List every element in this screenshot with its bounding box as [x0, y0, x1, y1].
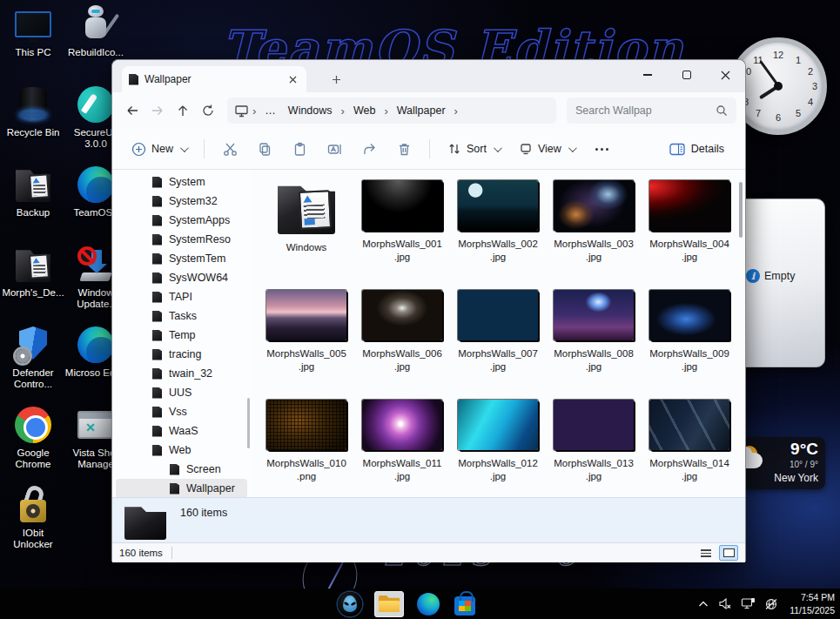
breadcrumb-item-windows[interactable]: Windows: [283, 103, 338, 118]
breadcrumb-overflow[interactable]: …: [259, 103, 281, 118]
file-item[interactable]: MorphsWalls_011.jpg: [355, 396, 449, 506]
breadcrumb-item-wallpaper[interactable]: Wallpaper: [392, 103, 451, 118]
divider: [204, 139, 205, 158]
details-panel-icon: [669, 143, 685, 156]
view-button[interactable]: View: [512, 137, 581, 161]
desktop-icon-morphs-de[interactable]: Morph's_De...: [2, 242, 64, 322]
hidden-icons-chevron[interactable]: [696, 596, 710, 611]
file-item[interactable]: MorphsWalls_012.jpg: [451, 396, 545, 506]
tree-item-systemtemp[interactable]: SystemTem: [116, 249, 247, 268]
file-item[interactable]: MorphsWalls_002.jpg: [451, 177, 545, 286]
sidebar-scrollbar[interactable]: [247, 398, 250, 448]
desktop-icon-recycle-bin[interactable]: Recycle Bin: [2, 82, 64, 162]
file-item[interactable]: MorphsWalls_006.jpg: [355, 286, 449, 396]
file-item[interactable]: MorphsWalls_008.jpg: [547, 286, 641, 396]
taskbar-edge[interactable]: [416, 592, 440, 616]
command-bar: New: [112, 129, 745, 170]
taskbar-file-explorer[interactable]: [374, 591, 404, 617]
sort-button[interactable]: Sort: [440, 137, 507, 161]
list-view-button[interactable]: [696, 545, 716, 561]
desktop-icon-iobit-unlocker[interactable]: IObit Unlocker: [2, 482, 64, 562]
file-list: Windows MorphsWalls_001.jpg MorphsWalls_…: [251, 170, 745, 497]
new-tab-button[interactable]: [329, 72, 343, 86]
cut-button[interactable]: [215, 135, 245, 163]
folder-icon: [152, 196, 162, 207]
tree-item-tapi[interactable]: TAPI: [116, 287, 247, 306]
tree-item-systemresources[interactable]: SystemReso: [116, 230, 247, 249]
file-item[interactable]: MorphsWalls_004.jpg: [642, 177, 736, 286]
search-icon: [716, 104, 728, 117]
tab-wallpaper[interactable]: Wallpaper: [122, 66, 306, 92]
monitor-icon: [13, 4, 53, 44]
image-thumbnail: [554, 180, 634, 231]
tree-item-waas[interactable]: WaaS: [116, 421, 247, 441]
tree-item-screen[interactable]: Screen: [116, 460, 247, 479]
tree-item-system32[interactable]: System32: [116, 192, 247, 211]
maximize-button[interactable]: [667, 60, 706, 90]
taskbar-clock[interactable]: 7:54 PM 11/15/2025: [790, 591, 835, 616]
file-item[interactable]: MorphsWalls_005.jpg: [259, 286, 353, 396]
tree-item-system[interactable]: System: [116, 172, 247, 192]
taskbar-microsoft-store[interactable]: [453, 592, 477, 616]
breadcrumb-item-web[interactable]: Web: [348, 103, 380, 118]
window-x-icon: [76, 405, 116, 445]
content-scrollbar[interactable]: [739, 182, 743, 238]
this-pc-icon[interactable]: [234, 104, 249, 118]
tree-item-temp[interactable]: Temp: [116, 326, 247, 345]
tree-item-tracing[interactable]: tracing: [116, 345, 247, 364]
delete-button[interactable]: [389, 135, 419, 163]
paste-button[interactable]: [285, 135, 314, 163]
weather-widget[interactable]: 9°C 10° / 9° New York: [738, 437, 825, 489]
file-item[interactable]: MorphsWalls_009.jpg: [642, 286, 736, 396]
tree-item-syswow64[interactable]: SysWOW64: [116, 268, 247, 287]
file-item[interactable]: MorphsWalls_010.png: [259, 396, 353, 506]
desktop-icon-google-chrome[interactable]: Google Chrome: [2, 402, 64, 482]
refresh-button[interactable]: [197, 98, 218, 124]
up-button[interactable]: [171, 98, 193, 124]
back-button[interactable]: [121, 98, 143, 124]
network-ethernet-icon[interactable]: [741, 596, 756, 611]
no-internet-globe-icon[interactable]: [763, 596, 778, 611]
tree-item-twain32[interactable]: twain_32: [116, 364, 247, 383]
window-controls: [628, 60, 745, 90]
details-toggle-button[interactable]: Details: [661, 138, 733, 161]
thumbnail-view-button[interactable]: [719, 545, 738, 561]
tree-item-tasks[interactable]: Tasks: [116, 306, 247, 326]
breadcrumb-chevron: ›: [453, 104, 460, 118]
more-options-button[interactable]: [587, 148, 617, 151]
folder-icon: [152, 177, 162, 188]
search-box[interactable]: [567, 98, 736, 124]
tree-item-wallpaper[interactable]: Wallpaper: [116, 479, 247, 497]
divider: [429, 139, 430, 158]
search-input[interactable]: [575, 104, 716, 117]
store-icon: [454, 596, 475, 616]
new-button[interactable]: New: [124, 137, 193, 162]
file-item[interactable]: MorphsWalls_003.jpg: [547, 177, 641, 286]
start-button-alienware[interactable]: [338, 592, 362, 616]
share-button[interactable]: [354, 135, 384, 163]
tab-close-icon[interactable]: [286, 72, 299, 86]
tree-item-vss[interactable]: Vss: [116, 402, 247, 421]
file-item[interactable]: MorphsWalls_001.jpg: [355, 177, 449, 286]
image-thumbnail: [266, 400, 346, 450]
file-item[interactable]: MorphsWalls_014.jpg: [642, 396, 736, 506]
desktop-icon-defender-control[interactable]: Defender Contro...: [2, 322, 64, 402]
chevron-down-icon: [568, 144, 577, 152]
file-item[interactable]: MorphsWalls_013.jpg: [547, 396, 641, 506]
image-thumbnail: [554, 290, 634, 340]
minimize-button[interactable]: [628, 60, 667, 90]
volume-muted-icon[interactable]: [718, 596, 733, 611]
close-button[interactable]: [706, 60, 745, 90]
file-item[interactable]: MorphsWalls_007.jpg: [451, 286, 545, 396]
copy-button[interactable]: [250, 135, 279, 163]
desktop-icon-backup[interactable]: Backup: [2, 162, 64, 242]
navigation-tree: System System32 SystemApps SystemReso Sy…: [112, 170, 251, 497]
rename-button[interactable]: [319, 135, 349, 163]
tree-item-web[interactable]: Web: [116, 441, 247, 460]
desktop-icon-this-pc[interactable]: This PC: [2, 2, 64, 82]
file-item-windows[interactable]: Windows: [259, 177, 353, 286]
forward-button[interactable]: [146, 98, 168, 124]
tree-item-uus[interactable]: UUS: [116, 383, 247, 402]
tree-item-systemapps[interactable]: SystemApps: [116, 211, 247, 230]
clock-numeral: 3: [812, 81, 817, 91]
